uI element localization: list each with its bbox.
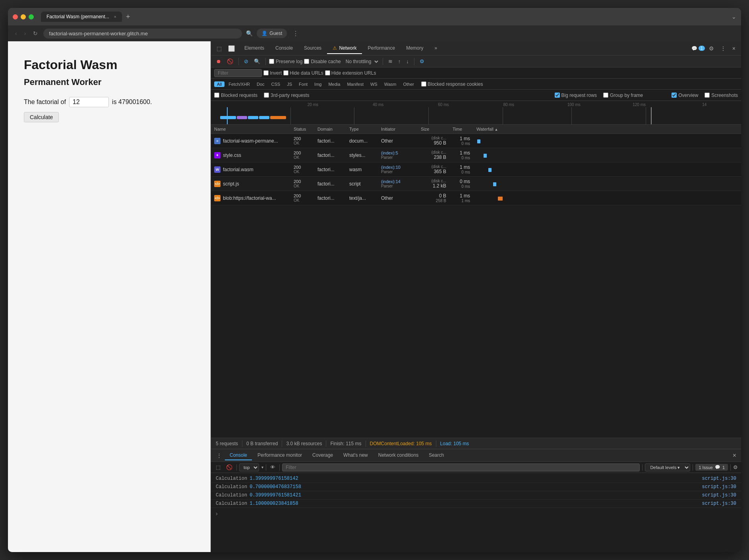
type-manifest-button[interactable]: Manifest (344, 81, 366, 87)
search-button[interactable]: 🔍 (252, 57, 262, 66)
console-sidebar-icon[interactable]: ⬚ (214, 463, 222, 471)
th-type[interactable]: Type (346, 125, 378, 133)
type-font-button[interactable]: Font (296, 81, 310, 87)
th-status[interactable]: Status (290, 125, 314, 133)
console-panel-menu-button[interactable]: ⋮ (214, 451, 224, 460)
tab-more[interactable]: » (429, 43, 443, 54)
reload-button[interactable]: ↻ (31, 29, 39, 38)
record-button[interactable]: ⏺ (214, 57, 223, 66)
type-js-button[interactable]: JS (284, 81, 295, 87)
console-tab-whats-new[interactable]: What's new (339, 451, 373, 460)
th-domain[interactable]: Domain (314, 125, 346, 133)
new-tab-button[interactable]: + (124, 13, 133, 21)
type-media-button[interactable]: Media (325, 81, 343, 87)
group-by-frame-input[interactable] (603, 93, 608, 98)
devtools-settings-button[interactable]: ⚙ (706, 44, 716, 53)
console-tab-network-conditions[interactable]: Network conditions (374, 451, 423, 460)
initiator-link-3[interactable]: (index):14 (381, 179, 401, 184)
fullscreen-window-button[interactable] (29, 14, 34, 19)
tab-performance[interactable]: Performance (362, 43, 401, 54)
levels-select[interactable]: Default levels ▾ (645, 463, 690, 471)
cl-link-2[interactable]: script.js:30 (702, 492, 736, 498)
table-row[interactable]: ✦ style.css 200 OK factori... styles... (211, 148, 741, 162)
table-row[interactable]: </> script.js 200 OK factori... script ( (211, 177, 741, 191)
type-fetchxhr-button[interactable]: Fetch/XHR (226, 81, 253, 87)
factorial-input[interactable] (69, 97, 109, 107)
th-waterfall[interactable]: Waterfall (473, 125, 741, 133)
screenshots-input[interactable] (704, 93, 710, 98)
type-img-button[interactable]: Img (312, 81, 324, 87)
filter-input[interactable] (214, 69, 262, 77)
type-other-button[interactable]: Other (400, 81, 417, 87)
calculate-button[interactable]: Calculate (24, 112, 59, 122)
tab-elements[interactable]: Elements (239, 43, 270, 54)
th-size[interactable]: Size (418, 125, 449, 133)
guest-button[interactable]: 👤 Guest (257, 29, 287, 38)
address-input[interactable] (43, 29, 242, 39)
initiator-link-1[interactable]: (index):5 (381, 151, 398, 155)
wifi-icon[interactable]: ≋ (386, 57, 395, 66)
console-tab-coverage[interactable]: Coverage (308, 451, 338, 460)
blocked-response-input[interactable] (421, 81, 426, 87)
type-doc-button[interactable]: Doc (254, 81, 267, 87)
third-party-input[interactable] (264, 93, 269, 98)
table-row[interactable]: </> blob:https://factorial-wa... 200 OK … (211, 191, 741, 205)
th-initiator[interactable]: Initiator (378, 125, 418, 133)
cl-link-1[interactable]: script.js:30 (702, 484, 736, 490)
tab-memory[interactable]: Memory (401, 43, 429, 54)
throttle-select[interactable]: No throttling (343, 58, 379, 66)
console-tab-search[interactable]: Search (424, 451, 449, 460)
devtools-close-button[interactable]: × (730, 44, 738, 53)
blocked-requests-checkbox[interactable]: Blocked requests (214, 93, 257, 98)
close-window-button[interactable] (13, 14, 18, 19)
type-all-button[interactable]: All (214, 81, 225, 87)
minimize-window-button[interactable] (21, 14, 26, 19)
console-clear-icon[interactable]: 🚫 (225, 463, 234, 471)
third-party-checkbox[interactable]: 3rd-party requests (264, 93, 309, 98)
invert-input[interactable] (263, 70, 269, 75)
console-close-button[interactable]: × (731, 450, 738, 461)
blocked-requests-input[interactable] (214, 93, 219, 98)
context-selector[interactable]: top (239, 463, 259, 471)
browser-more-button[interactable]: ⋮ (291, 28, 300, 39)
console-eye-icon[interactable]: 👁 (269, 463, 277, 471)
cl-link-3[interactable]: script.js:30 (702, 501, 736, 506)
type-ws-button[interactable]: WS (368, 81, 380, 87)
overview-checkbox[interactable]: Overview (672, 93, 698, 98)
tab-console[interactable]: Console (270, 43, 298, 54)
network-settings-icon[interactable]: ⚙ (418, 57, 426, 66)
devtools-more-button[interactable]: ⋮ (718, 44, 728, 53)
initiator-link-2[interactable]: (index):10 (381, 165, 401, 170)
filter-button[interactable]: ⊘ (242, 57, 250, 66)
blocked-response-checkbox[interactable]: Blocked response cookies (421, 81, 483, 87)
type-css-button[interactable]: CSS (269, 81, 283, 87)
upload-icon[interactable]: ↑ (396, 57, 403, 66)
console-gear-icon[interactable]: ⚙ (733, 464, 738, 470)
disable-cache-checkbox[interactable]: Disable cache (304, 59, 341, 64)
th-time[interactable]: Time (449, 125, 473, 133)
screenshots-checkbox[interactable]: Screenshots (704, 93, 738, 98)
preserve-log-input[interactable] (269, 59, 274, 64)
console-tab-performance-monitor[interactable]: Performance monitor (253, 451, 307, 460)
hide-ext-input[interactable] (325, 70, 330, 75)
tab-expand-button[interactable]: ⌄ (732, 14, 736, 20)
big-rows-checkbox[interactable]: Big request rows (555, 93, 597, 98)
back-button[interactable]: ‹ (14, 29, 19, 38)
big-rows-input[interactable] (555, 93, 560, 98)
hide-ext-checkbox[interactable]: Hide extension URLs (325, 70, 376, 76)
tab-sources[interactable]: Sources (298, 43, 327, 54)
hide-data-urls-input[interactable] (283, 70, 288, 75)
type-wasm-button[interactable]: Wasm (381, 81, 399, 87)
group-by-frame-checkbox[interactable]: Group by frame (603, 93, 643, 98)
hide-data-urls-checkbox[interactable]: Hide data URLs (283, 70, 323, 76)
th-name[interactable]: Name (211, 125, 290, 133)
console-filter-input[interactable] (282, 463, 640, 471)
tab-close-button[interactable]: × (114, 14, 116, 19)
browser-tab-active[interactable]: Factorial Wasm (permanent... × (41, 12, 122, 22)
tab-network[interactable]: ⚠ Network (327, 43, 362, 54)
download-icon[interactable]: ↓ (404, 57, 411, 66)
clear-button[interactable]: 🚫 (225, 57, 235, 66)
cl-link-0[interactable]: script.js:30 (702, 476, 736, 481)
devtools-select-icon[interactable]: ⬚ (214, 44, 224, 53)
console-tab-console[interactable]: Console (225, 451, 252, 460)
